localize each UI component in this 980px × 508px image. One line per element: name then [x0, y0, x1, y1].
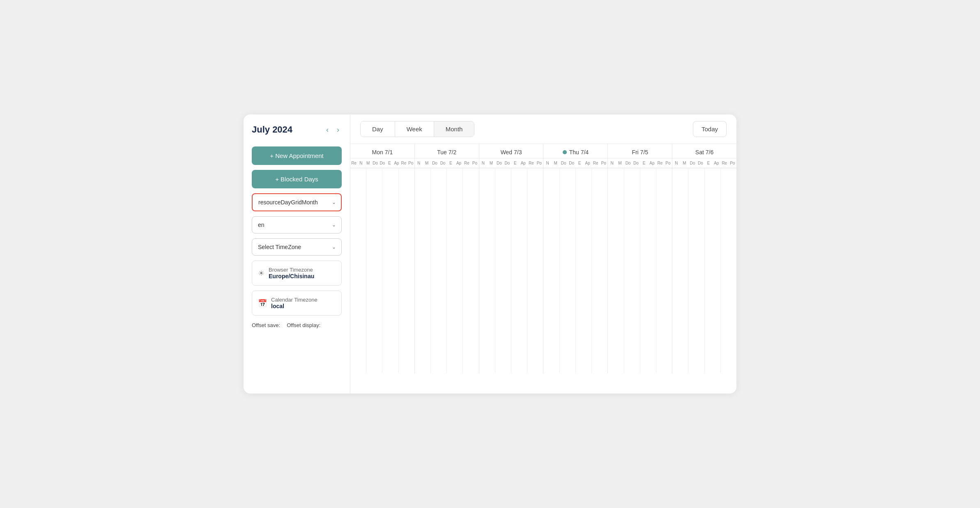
- browser-timezone-value: Europe/Chisinau: [269, 273, 314, 279]
- resource-cell: Ap: [519, 160, 527, 166]
- body-cell[interactable]: [511, 168, 527, 373]
- resource-cell: Do: [431, 160, 439, 166]
- body-col-thu: [543, 168, 608, 373]
- offset-save-label: Offset save:: [252, 322, 280, 328]
- resource-cell: Po: [471, 160, 478, 166]
- resource-cell: E: [640, 160, 648, 166]
- body-cell[interactable]: [640, 168, 656, 373]
- resource-cell: Do: [439, 160, 446, 166]
- resource-cell: Do: [372, 160, 379, 166]
- resource-cell: Do: [624, 160, 632, 166]
- body-cell[interactable]: [495, 168, 511, 373]
- body-cell[interactable]: [479, 168, 495, 373]
- browser-timezone-label: Browser Timezone: [269, 267, 314, 273]
- resource-row-fri: N M Do Do E Ap Re Po: [608, 158, 672, 168]
- day-header-sat: Sat 7/6: [672, 144, 736, 158]
- day-header-thu: Thu 7/4: [543, 144, 607, 158]
- resource-cell: M: [487, 160, 495, 166]
- day-column-fri: Fri 7/5 N M Do Do E Ap Re Po: [608, 144, 672, 168]
- calendar-icon: 📅: [258, 299, 267, 308]
- globe-icon: ☀: [258, 269, 265, 278]
- body-cell[interactable]: [624, 168, 640, 373]
- browser-timezone-text: Browser Timezone Europe/Chisinau: [269, 267, 314, 279]
- timezone-select-wrapper: Select TimeZone ⌄: [252, 238, 342, 256]
- body-cell[interactable]: [672, 168, 688, 373]
- resource-cell: N: [608, 160, 616, 166]
- calendar-area: Day Week Month Today Mon 7/1 Re: [350, 114, 736, 394]
- day-date-mon: Mon 7/1: [354, 149, 411, 156]
- resource-cell: M: [423, 160, 430, 166]
- resource-cell: Re: [527, 160, 535, 166]
- resource-cell: Do: [495, 160, 503, 166]
- resource-cell: Ap: [455, 160, 462, 166]
- sidebar: July 2024 ‹ › + New Appointment + Blocke…: [244, 114, 350, 394]
- resource-cell: N: [543, 160, 551, 166]
- today-button[interactable]: Today: [693, 121, 727, 137]
- body-col-sat: [672, 168, 736, 373]
- body-cell[interactable]: [721, 168, 736, 373]
- resource-cell: Re: [720, 160, 728, 166]
- view-select[interactable]: resourceDayGridMonth resourceTimeGridDay…: [252, 193, 342, 211]
- day-column-tue: Tue 7/2 N M Do Do E Ap Re Po: [415, 144, 479, 168]
- resource-cell: Re: [591, 160, 599, 166]
- body-cell[interactable]: [608, 168, 624, 373]
- body-cell[interactable]: [431, 168, 447, 373]
- sidebar-title: July 2024: [252, 124, 292, 135]
- day-date-thu: Thu 7/4: [547, 149, 604, 156]
- resource-cell: Re: [400, 160, 407, 166]
- body-cell[interactable]: [382, 168, 398, 373]
- body-cell[interactable]: [576, 168, 592, 373]
- body-cell[interactable]: [415, 168, 431, 373]
- resource-cell: N: [672, 160, 680, 166]
- calendar-timezone-info: 📅 Calendar Timezone local: [252, 291, 342, 316]
- body-col-mon: [350, 168, 415, 373]
- body-cell[interactable]: [688, 168, 704, 373]
- resource-cell: Do: [688, 160, 696, 166]
- body-cell[interactable]: [399, 168, 414, 373]
- resource-cell: Do: [697, 160, 704, 166]
- resource-cell: Do: [568, 160, 575, 166]
- resource-cell: Po: [664, 160, 672, 166]
- main-container: July 2024 ‹ › + New Appointment + Blocke…: [244, 114, 736, 394]
- body-cell[interactable]: [705, 168, 721, 373]
- resource-cell: M: [681, 160, 688, 166]
- body-cell[interactable]: [543, 168, 559, 373]
- resource-cell: N: [357, 160, 364, 166]
- body-cell[interactable]: [463, 168, 478, 373]
- body-cell[interactable]: [366, 168, 382, 373]
- new-appointment-button[interactable]: + New Appointment: [252, 146, 342, 165]
- body-cell[interactable]: [592, 168, 607, 373]
- body-cell[interactable]: [447, 168, 463, 373]
- resource-cell: Po: [600, 160, 607, 166]
- tab-day[interactable]: Day: [361, 121, 395, 137]
- day-column-thu: Thu 7/4 N M Do Do E Ap Re Po: [543, 144, 608, 168]
- next-month-button[interactable]: ›: [334, 125, 342, 135]
- day-column-mon: Mon 7/1 Re N M Do Do E Ap Re Po: [350, 144, 415, 168]
- view-select-wrapper: resourceDayGridMonth resourceTimeGridDay…: [252, 193, 342, 211]
- day-date-tue: Tue 7/2: [418, 149, 476, 156]
- calendar-toolbar: Day Week Month Today: [350, 114, 736, 144]
- body-cell[interactable]: [527, 168, 543, 373]
- calendar-body: [350, 168, 736, 373]
- resource-cell: Ap: [648, 160, 656, 166]
- resource-cell: Do: [559, 160, 567, 166]
- prev-month-button[interactable]: ‹: [324, 125, 331, 135]
- tab-week[interactable]: Week: [395, 121, 434, 137]
- resource-cell: Re: [463, 160, 471, 166]
- body-cell[interactable]: [350, 168, 366, 373]
- calendar-timezone-value: local: [271, 303, 317, 309]
- nav-arrows: ‹ ›: [324, 125, 342, 135]
- resource-cell: E: [511, 160, 519, 166]
- blocked-days-button[interactable]: + Blocked Days: [252, 170, 342, 188]
- tab-month[interactable]: Month: [434, 121, 474, 137]
- resource-cell: Do: [632, 160, 640, 166]
- locale-select-wrapper: en fr de es ⌄: [252, 216, 342, 233]
- body-cell[interactable]: [560, 168, 576, 373]
- body-cell[interactable]: [656, 168, 672, 373]
- timezone-select[interactable]: Select TimeZone: [252, 238, 342, 256]
- resource-cell: N: [415, 160, 423, 166]
- body-col-wed: [479, 168, 544, 373]
- locale-select[interactable]: en fr de es: [252, 216, 342, 233]
- resource-row-sat: N M Do Do E Ap Re Po: [672, 158, 736, 168]
- resource-cell: N: [479, 160, 487, 166]
